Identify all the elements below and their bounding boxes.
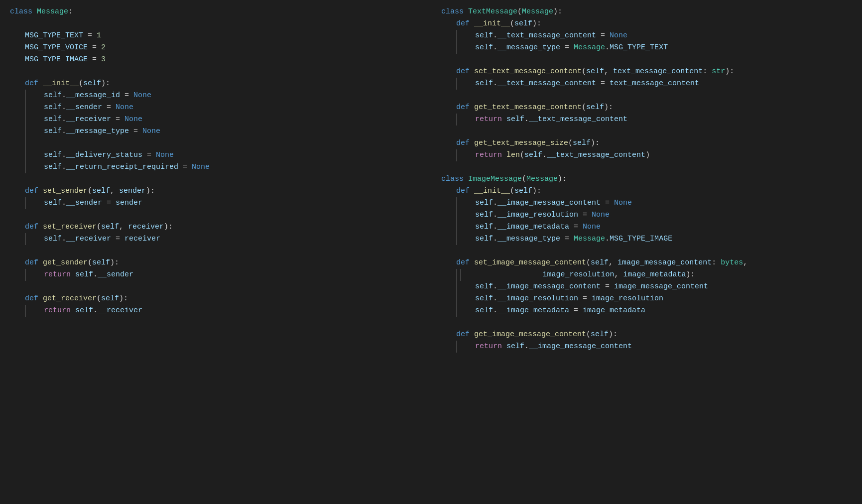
code-line: self.__image_message_content = image_mes… [460,281,852,293]
set-img-msg-content: image_resolution, image_metadata): self.… [460,269,852,317]
code-line [441,90,852,102]
code-line: self.__receiver = None [29,114,421,126]
code-line: self.__sender = None [29,102,421,114]
set-sender-block: self.__sender = sender [25,197,421,209]
indent-bar-2 [460,269,461,281]
code-line: self.__receiver = receiver [29,233,421,245]
code-line: def get_text_message_size(self): [441,137,852,149]
code-line: return self.__receiver [29,305,421,317]
textmsg-init-content: self.__text_message_content = None self.… [460,30,852,54]
get-img-msg-content: return self.__image_message_content [460,341,852,353]
set-img-msg-block: image_resolution, image_metadata): self.… [456,269,852,317]
code-line [441,126,852,137]
imgmsg-init-content: self.__image_message_content = None self… [460,197,852,245]
indent-bar [25,305,26,317]
code-line: self.__delivery_status = None [29,149,421,161]
code-line: self.__message_id = None [29,90,421,102]
set-receiver-block: self.__receiver = receiver [25,233,421,245]
indent-bar [25,197,26,209]
code-line [10,209,421,221]
code-line: self.__image_metadata = image_metadata [460,305,852,317]
set-sender-content: self.__sender = sender [29,197,421,209]
code-line [10,281,421,293]
code-line [441,245,852,257]
code-line: def set_receiver(self, receiver): [10,221,421,233]
code-line [441,54,852,66]
init-block: self.__message_id = None self.__sender =… [25,90,421,173]
get-text-msg-block: return self.__text_message_content [456,114,852,126]
imgmsg-init-block: self.__image_message_content = None self… [456,197,852,245]
code-line [441,317,852,329]
code-line: def set_text_message_content(self, text_… [441,66,852,78]
code-line: return self.__image_message_content [460,341,852,353]
get-img-msg-block: return self.__image_message_content [456,341,852,353]
right-pane: class TextMessage(Message): def __init__… [431,0,862,504]
code-line: class Message: [10,6,421,18]
code-line: return self.__text_message_content [460,114,852,126]
code-line: MSG_TYPE_IMAGE = 3 [10,54,421,66]
code-line: self.__message_type = None [29,126,421,137]
code-line [10,66,421,78]
code-line: self.__text_message_content = text_messa… [460,78,852,90]
code-line [10,245,421,257]
indent-bar [456,149,457,161]
code-line: MSG_TYPE_TEXT = 1 [10,30,421,42]
code-line: self.__message_type = Message.MSG_TYPE_T… [460,42,852,54]
set-text-msg-block: self.__text_message_content = text_messa… [456,78,852,90]
editor-container: class Message: MSG_TYPE_TEXT = 1 MSG_TYP… [0,0,862,504]
indent-bar [456,341,457,353]
init-content: self.__message_id = None self.__sender =… [29,90,421,173]
code-line: def __init__(self): [441,18,852,30]
set-text-msg-content: self.__text_message_content = text_messa… [460,78,852,90]
code-line: def get_receiver(self): [10,293,421,305]
indent-bar [456,197,457,245]
code-line [10,173,421,185]
code-line: def set_sender(self, sender): [10,185,421,197]
code-line: def __init__(self): [10,78,421,90]
code-line: self.__message_type = Message.MSG_TYPE_I… [460,233,852,245]
set-img-continuation: image_resolution, image_metadata): [460,269,852,281]
get-text-msg-content: return self.__text_message_content [460,114,852,126]
indent-bar [456,78,457,90]
indent-bar [456,269,457,317]
code-line: self.__image_message_content = None [460,197,852,209]
code-line: def __init__(self): [441,185,852,197]
code-line: return len(self.__text_message_content) [460,149,852,161]
code-line: self.__text_message_content = None [460,30,852,42]
code-line: return self.__sender [29,269,421,281]
get-text-size-block: return len(self.__text_message_content) [456,149,852,161]
get-receiver-block: return self.__receiver [25,305,421,317]
code-line [441,161,852,173]
indent-bar [456,30,457,54]
code-line: self.__image_resolution = None [460,209,852,221]
code-line: class TextMessage(Message): [441,6,852,18]
code-line: def get_sender(self): [10,257,421,269]
indent-bar [25,90,26,173]
get-text-size-content: return len(self.__text_message_content) [460,149,852,161]
code-line: def get_text_message_content(self): [441,102,852,114]
code-line: def get_image_message_content(self): [441,329,852,341]
continuation-content: image_resolution, image_metadata): [464,269,852,281]
code-line: self.__image_resolution = image_resoluti… [460,293,852,305]
code-line [29,137,421,149]
code-line [10,18,421,30]
indent-bar [456,114,457,126]
set-receiver-content: self.__receiver = receiver [29,233,421,245]
left-pane: class Message: MSG_TYPE_TEXT = 1 MSG_TYP… [0,0,431,504]
code-line: MSG_TYPE_VOICE = 2 [10,42,421,54]
indent-bar [25,233,26,245]
code-line: image_resolution, image_metadata): [464,269,852,281]
get-sender-block: return self.__sender [25,269,421,281]
get-sender-content: return self.__sender [29,269,421,281]
code-line: self.__image_metadata = None [460,221,852,233]
code-line: def set_image_message_content(self, imag… [441,257,852,269]
textmsg-init-block: self.__text_message_content = None self.… [456,30,852,54]
code-line: self.__sender = sender [29,197,421,209]
code-line: class ImageMessage(Message): [441,173,852,185]
indent-bar [25,269,26,281]
get-receiver-content: return self.__receiver [29,305,421,317]
code-line: self.__return_receipt_required = None [29,161,421,173]
